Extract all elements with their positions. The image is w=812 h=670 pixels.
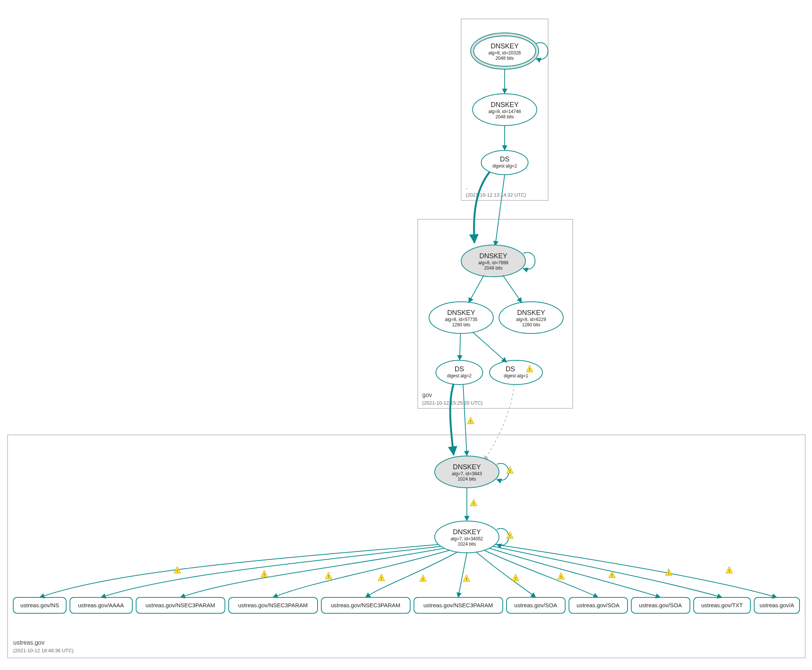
svg-text:ustreas.gov/NSEC3PARAM: ustreas.gov/NSEC3PARAM [238,602,308,608]
svg-text:!: ! [328,574,329,579]
svg-point-29 [489,360,543,384]
svg-text:ustreas.gov/SOA: ustreas.gov/SOA [514,602,557,608]
rrset-box: ustreas.gov/NSEC3PARAM [414,597,503,613]
svg-text:!: ! [470,419,471,424]
svg-text:DNSKEY: DNSKEY [479,252,508,260]
svg-text:alg=7, id=34052: alg=7, id=34052 [451,536,483,541]
svg-text:1280 bits: 1280 bits [522,322,541,327]
node-gov-ds2: DS digest alg=1 ! [489,360,543,384]
svg-text:!: ! [466,577,467,582]
svg-text:ustreas.gov/SOA: ustreas.gov/SOA [577,602,619,608]
edge-zsk1-ds1 [460,333,460,360]
svg-text:alg=7, id=3843: alg=7, id=3843 [452,471,482,476]
svg-text:alg=8, id=7698: alg=8, id=7698 [478,260,508,266]
svg-text:DNSKEY: DNSKEY [517,309,545,316]
svg-text:ustreas.gov/AAAA: ustreas.gov/AAAA [78,602,124,608]
node-gov-zsk1: DNSKEY alg=8, id=57735 1280 bits [429,302,493,333]
node-gov-ksk: DNSKEY alg=8, id=7698 2048 bits [461,245,535,277]
rrset-box: ustreas.gov/NS [13,597,66,613]
svg-text:2048 bits: 2048 bits [484,266,503,271]
svg-text:ustreas.gov/NSEC3PARAM: ustreas.gov/NSEC3PARAM [423,602,493,608]
svg-text:!: ! [422,577,424,582]
svg-text:alg=8, id=20326: alg=8, id=20326 [489,50,521,56]
svg-text:2048 bits: 2048 bits [496,114,514,120]
svg-text:!: ! [264,572,265,577]
svg-text:DNSKEY: DNSKEY [491,101,519,108]
edge-rootds-govksk [495,175,505,246]
edge-govksk-zsk1 [469,275,484,303]
svg-text:ustreas.gov/NSEC3PARAM: ustreas.gov/NSEC3PARAM [331,602,400,608]
svg-text:!: ! [176,568,178,573]
svg-text:DS: DS [506,365,515,373]
svg-text:ustreas.gov/TXT: ustreas.gov/TXT [701,602,743,608]
svg-text:!: ! [509,534,511,538]
zone-root-timestamp: (2021-10-12 13:14:32 UTC) [466,192,526,198]
svg-text:1024 bits: 1024 bits [458,476,476,482]
svg-text:!: ! [515,576,516,581]
edge-zsk1-ds2 [472,332,507,362]
svg-text:!: ! [668,571,670,575]
fanout-edges [40,545,777,597]
svg-text:!: ! [529,367,530,372]
zone-ustreas: ustreas.gov (2021-10-12 18:49:36 UTC) DN… [8,435,805,658]
svg-text:DNSKEY: DNSKEY [453,463,481,471]
zone-gov-timestamp: (2021-10-12 15:25:20 UTC) [422,400,483,406]
warning-icon: ! [470,499,477,506]
warning-icon: ! [467,417,474,424]
svg-text:ustreas.gov/NS: ustreas.gov/NS [20,602,59,608]
svg-text:2048 bits: 2048 bits [496,56,514,61]
edge-govds1-ustksk-bold [450,384,453,455]
rrset-row: ustreas.gov/NS ustreas.gov/AAAA ustreas.… [13,597,800,613]
svg-text:!: ! [611,573,613,578]
svg-text:alg=8, id=6229: alg=8, id=6229 [516,317,546,322]
svg-text:digest alg=1: digest alg=1 [504,373,528,379]
svg-text:ustreas.gov/SOA: ustreas.gov/SOA [639,602,682,608]
svg-text:!: ! [473,501,474,506]
rrset-box: ustreas.gov/TXT [694,597,750,613]
rrset-box: ustreas.gov/SOA [631,597,690,613]
node-root-zsk: DNSKEY alg=8, id=14748 2048 bits [472,94,537,125]
rrset-box: ustreas.gov/NSEC3PARAM [229,597,318,613]
svg-text:DNSKEY: DNSKEY [447,309,475,316]
node-gov-zsk2: DNSKEY alg=8, id=6229 1280 bits [499,302,563,333]
svg-text:1280 bits: 1280 bits [452,322,470,327]
zone-gov: gov (2021-10-12 15:25:20 UTC) DNSKEY alg… [418,219,573,408]
svg-text:!: ! [381,576,382,581]
svg-text:!: ! [509,469,511,474]
edge-govksk-zsk2 [503,275,522,303]
edge-govds2-ustksk-dashed [484,384,514,460]
svg-text:digest alg=2: digest alg=2 [492,163,517,169]
svg-text:1024 bits: 1024 bits [458,541,476,547]
svg-rect-34 [8,435,805,658]
svg-text:alg=8, id=14748: alg=8, id=14748 [489,109,521,114]
rrset-box: ustreas.gov/AAAA [70,597,132,613]
svg-text:!: ! [560,575,562,579]
edge-govds1-ustksk [463,384,467,456]
zone-root: . (2021-10-12 13:14:32 UTC) DNSKEY alg=8… [461,19,548,200]
dnssec-graph: . (2021-10-12 13:14:32 UTC) DNSKEY alg=8… [0,0,812,670]
svg-text:DS: DS [454,365,464,373]
svg-text:ustreas.gov/NSEC3PARAM: ustreas.gov/NSEC3PARAM [145,602,215,608]
zone-root-label: . [466,184,467,190]
svg-text:DNSKEY: DNSKEY [453,528,481,536]
svg-text:!: ! [729,568,730,573]
svg-text:DNSKEY: DNSKEY [491,42,519,50]
zone-gov-label: gov [422,392,432,398]
node-gov-ds1: DS digest alg=2 [436,360,483,384]
rrset-box: ustreas.gov/NSEC3PARAM [136,597,225,613]
zone-ustreas-label: ustreas.gov [13,640,45,646]
rrset-box: ustreas.gov/NSEC3PARAM [321,597,410,613]
svg-text:alg=8, id=57735: alg=8, id=57735 [445,317,477,322]
edge-rootds-govksk-bold [474,172,489,243]
svg-text:digest alg=2: digest alg=2 [447,373,471,379]
node-ust-ksk: DNSKEY alg=7, id=3843 1024 bits ! [435,456,513,488]
node-root-ds: DS digest alg=2 [481,151,528,175]
rrset-box: ustreas.gov/SOA [569,597,628,613]
svg-text:ustreas.gov/A: ustreas.gov/A [760,602,794,608]
svg-text:DS: DS [500,156,509,163]
rrset-box: ustreas.gov/SOA [507,597,565,613]
node-root-ksk: DNSKEY alg=8, id=20326 2048 bits [470,33,548,69]
rrset-box: ustreas.gov/A [754,597,800,613]
zone-ustreas-timestamp: (2021-10-12 18:49:36 UTC) [13,648,74,653]
